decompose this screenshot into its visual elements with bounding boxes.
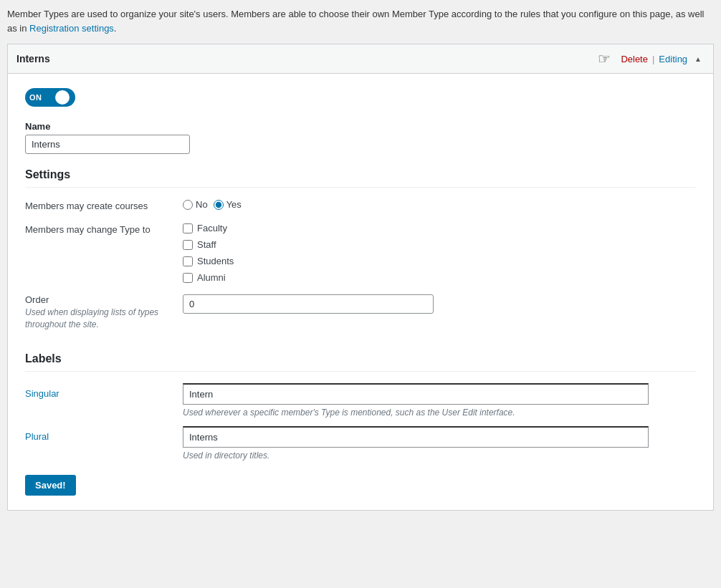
change-type-label: Members may change Type to bbox=[25, 223, 183, 235]
name-label: Name bbox=[25, 121, 696, 132]
editing-link[interactable]: Editing bbox=[659, 54, 687, 64]
change-type-checkboxes: Faculty Staff Students bbox=[183, 223, 696, 283]
create-courses-label: Members may create courses bbox=[25, 199, 183, 211]
plural-row: Plural Used in directory titles. bbox=[25, 426, 696, 461]
member-type-title: Interns bbox=[16, 53, 50, 64]
member-type-header: Interns ☞ Delete | Editing ▲ bbox=[8, 44, 713, 74]
students-checkbox[interactable] bbox=[183, 256, 193, 266]
staff-checkbox-item[interactable]: Staff bbox=[183, 239, 696, 250]
intro-text: Member Types are used to organize your s… bbox=[7, 7, 714, 35]
settings-section: Settings Members may create courses No bbox=[25, 168, 696, 331]
students-checkbox-item[interactable]: Students bbox=[183, 256, 696, 266]
plural-hint: Used in directory titles. bbox=[183, 450, 696, 461]
separator: | bbox=[652, 54, 654, 64]
staff-label: Staff bbox=[197, 239, 216, 250]
create-courses-content: No Yes bbox=[183, 199, 696, 210]
no-label: No bbox=[196, 199, 208, 210]
saved-button[interactable]: Saved! bbox=[25, 475, 76, 496]
header-actions: ☞ Delete | Editing ▲ bbox=[598, 50, 705, 67]
no-radio-item[interactable]: No bbox=[183, 199, 208, 210]
collapse-button[interactable]: ▲ bbox=[692, 54, 705, 64]
toggle-switch[interactable]: ON bbox=[25, 88, 75, 107]
no-radio[interactable] bbox=[183, 200, 193, 210]
alumni-label: Alumni bbox=[197, 272, 226, 283]
students-label: Students bbox=[197, 256, 234, 266]
order-input[interactable] bbox=[183, 294, 434, 314]
singular-input[interactable] bbox=[183, 383, 649, 405]
faculty-label: Faculty bbox=[197, 223, 227, 233]
settings-heading: Settings bbox=[25, 168, 696, 188]
alumni-checkbox-item[interactable]: Alumni bbox=[183, 272, 696, 283]
singular-row: Singular Used wherever a specific member… bbox=[25, 383, 696, 418]
member-type-box: Interns ☞ Delete | Editing ▲ ON Name bbox=[7, 44, 714, 511]
toggle-knob bbox=[55, 90, 70, 105]
alumni-checkbox[interactable] bbox=[183, 273, 193, 283]
create-courses-row: Members may create courses No Yes bbox=[25, 199, 696, 211]
yes-radio[interactable] bbox=[214, 200, 224, 210]
toggle-label: ON bbox=[29, 93, 42, 102]
singular-hint: Used wherever a specific member's Type i… bbox=[183, 408, 696, 418]
labels-section: Labels Singular Used wherever a specific… bbox=[25, 352, 696, 461]
toggle-container: ON bbox=[25, 88, 696, 107]
labels-heading: Labels bbox=[25, 352, 696, 372]
order-label-group: Order Used when displaying lists of type… bbox=[25, 294, 183, 331]
plural-content: Used in directory titles. bbox=[183, 426, 696, 461]
faculty-checkbox-item[interactable]: Faculty bbox=[183, 223, 696, 233]
change-type-row: Members may change Type to Faculty Staff bbox=[25, 223, 696, 283]
staff-checkbox[interactable] bbox=[183, 240, 193, 250]
delete-link[interactable]: Delete bbox=[621, 54, 648, 64]
registration-settings-link[interactable]: Registration settings bbox=[29, 23, 114, 34]
create-courses-radio-group: No Yes bbox=[183, 199, 696, 210]
plural-label: Plural bbox=[25, 426, 183, 442]
name-field-group: Name bbox=[25, 121, 696, 154]
singular-label: Singular bbox=[25, 383, 183, 399]
faculty-checkbox[interactable] bbox=[183, 223, 193, 233]
order-input-wrapper bbox=[183, 294, 434, 314]
singular-content: Used wherever a specific member's Type i… bbox=[183, 383, 696, 418]
order-label: Order bbox=[25, 294, 183, 305]
change-type-content: Faculty Staff Students bbox=[183, 223, 696, 283]
order-row: Order Used when displaying lists of type… bbox=[25, 294, 696, 331]
order-sublabel: Used when displaying lists of types thro… bbox=[25, 307, 158, 329]
cursor-icon: ☞ bbox=[598, 50, 611, 67]
plural-input[interactable] bbox=[183, 426, 649, 448]
yes-radio-item[interactable]: Yes bbox=[214, 199, 242, 210]
name-input[interactable] bbox=[25, 135, 190, 154]
yes-label: Yes bbox=[226, 199, 242, 210]
member-type-body: ON Name Settings Members may create cour… bbox=[8, 74, 713, 510]
